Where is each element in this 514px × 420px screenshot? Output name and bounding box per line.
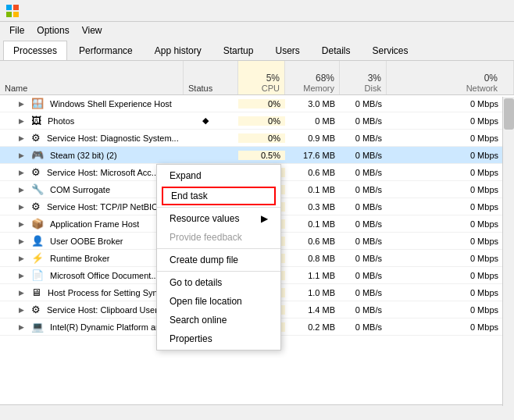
cell-memory: 0.9 MB bbox=[285, 133, 340, 143]
col-disk-pct: 3% bbox=[368, 73, 381, 84]
cell-disk: 0 MB/s bbox=[340, 254, 387, 263]
expand-arrow[interactable]: ▶ bbox=[19, 237, 27, 245]
process-name: Service Host: Diagnostic System... bbox=[47, 133, 179, 143]
process-icon: 👤 bbox=[31, 235, 44, 247]
tab-startup[interactable]: Startup bbox=[213, 41, 264, 60]
process-icon: 📄 bbox=[31, 269, 44, 281]
col-disk[interactable]: 3% Disk bbox=[340, 61, 387, 94]
cell-disk: 0 MB/s bbox=[340, 133, 387, 143]
expand-arrow[interactable]: ▶ bbox=[19, 272, 27, 279]
process-icon: ⚙ bbox=[31, 304, 41, 315]
expand-arrow[interactable]: ▶ bbox=[19, 289, 27, 297]
process-name: COM Surrogate bbox=[50, 185, 110, 194]
tab-processes[interactable]: Processes bbox=[3, 41, 67, 60]
process-icon: 💻 bbox=[31, 321, 44, 333]
col-name[interactable]: Name bbox=[0, 61, 184, 94]
context-menu-item-go-to-details[interactable]: Go to details bbox=[157, 273, 280, 292]
table-row[interactable]: ▶ 🎮 Steam (32 bit) (2) 0.5% 17.6 MB 0 MB… bbox=[0, 147, 514, 164]
menu-file[interactable]: File bbox=[3, 23, 30, 37]
menu-view[interactable]: View bbox=[76, 23, 109, 37]
col-network-label: Network bbox=[466, 84, 498, 93]
col-memory-pct: 68% bbox=[316, 73, 334, 84]
cell-name: ▶ 🎮 Steam (32 bit) (2) bbox=[0, 149, 184, 161]
cell-disk: 0 MB/s bbox=[340, 322, 387, 332]
minimize-button[interactable] bbox=[400, 0, 436, 22]
cell-network: 0 Mbps bbox=[387, 185, 514, 194]
context-menu-item-create-dump-file[interactable]: Create dump file bbox=[157, 251, 280, 269]
context-menu-item-end-task[interactable]: End task bbox=[162, 187, 276, 205]
context-menu-separator bbox=[157, 207, 280, 208]
ctx-item-label: Resource values bbox=[170, 213, 239, 224]
context-menu-item-resource-values[interactable]: Resource values▶ bbox=[157, 209, 280, 228]
cell-disk: 0 MB/s bbox=[340, 116, 387, 126]
cell-network: 0 Mbps bbox=[387, 99, 514, 109]
expand-arrow[interactable]: ▶ bbox=[19, 203, 27, 211]
svg-rect-3 bbox=[13, 12, 19, 17]
context-menu-item-search-online[interactable]: Search online bbox=[157, 311, 280, 329]
tab-users[interactable]: Users bbox=[265, 41, 309, 60]
ctx-item-label: Provide feedback bbox=[170, 232, 242, 243]
cell-memory: 0.1 MB bbox=[285, 219, 340, 229]
process-icon: 🪟 bbox=[31, 98, 44, 109]
context-menu-item-open-file-location[interactable]: Open file location bbox=[157, 292, 280, 311]
expand-arrow[interactable]: ▶ bbox=[19, 186, 27, 194]
cell-network: 0 Mbps bbox=[387, 133, 514, 143]
cell-network: 0 Mbps bbox=[387, 116, 514, 126]
context-menu-item-expand[interactable]: Expand bbox=[157, 166, 280, 185]
tab-details[interactable]: Details bbox=[312, 41, 361, 60]
context-menu-item-provide-feedback: Provide feedback bbox=[157, 228, 280, 247]
expand-arrow[interactable]: ▶ bbox=[19, 323, 27, 331]
expand-arrow[interactable]: ▶ bbox=[19, 169, 27, 176]
maximize-button[interactable] bbox=[436, 0, 472, 22]
cell-name: ▶ 🖼 Photos bbox=[0, 115, 184, 126]
cell-memory: 0.2 MB bbox=[285, 322, 340, 332]
expand-arrow[interactable]: ▶ bbox=[19, 254, 27, 262]
col-status[interactable]: Status bbox=[184, 61, 238, 94]
expand-arrow[interactable]: ▶ bbox=[19, 134, 27, 142]
expand-arrow[interactable]: ▶ bbox=[19, 151, 27, 159]
cell-network: 0 Mbps bbox=[387, 202, 514, 212]
process-icon: 📦 bbox=[31, 218, 44, 230]
cell-disk: 0 MB/s bbox=[340, 151, 387, 160]
expand-arrow[interactable]: ▶ bbox=[19, 220, 27, 228]
expand-arrow[interactable]: ▶ bbox=[19, 100, 27, 108]
col-memory[interactable]: 68% Memory bbox=[285, 61, 340, 94]
menu-options[interactable]: Options bbox=[30, 23, 75, 37]
cell-memory: 0.3 MB bbox=[285, 202, 340, 212]
expand-arrow[interactable]: ▶ bbox=[19, 117, 27, 125]
process-name: Windows Shell Experience Host bbox=[50, 99, 172, 109]
cell-cpu: 0% bbox=[238, 116, 285, 126]
table-row[interactable]: ▶ ⚙ Service Host: Diagnostic System... 0… bbox=[0, 130, 514, 147]
cell-network: 0 Mbps bbox=[387, 288, 514, 297]
cell-memory: 1.4 MB bbox=[285, 305, 340, 315]
tab-services[interactable]: Services bbox=[362, 41, 419, 60]
col-name-label: Name bbox=[5, 84, 27, 93]
cell-network: 0 Mbps bbox=[387, 322, 514, 332]
cell-network: 0 Mbps bbox=[387, 305, 514, 315]
cell-memory: 0.6 MB bbox=[285, 168, 340, 177]
table-row[interactable]: ▶ 🖼 Photos ◆ 0% 0 MB 0 MB/s 0 Mbps bbox=[0, 112, 514, 130]
context-menu-separator bbox=[157, 248, 280, 249]
tab-app-history[interactable]: App history bbox=[145, 41, 212, 60]
svg-rect-0 bbox=[6, 5, 12, 10]
process-name: Steam (32 bit) (2) bbox=[50, 151, 117, 160]
tab-performance[interactable]: Performance bbox=[69, 41, 143, 60]
ctx-item-label: End task bbox=[171, 190, 208, 201]
cell-name: ▶ 🪟 Windows Shell Experience Host bbox=[0, 98, 184, 109]
cell-memory: 0.6 MB bbox=[285, 237, 340, 246]
table-row[interactable]: ▶ 🪟 Windows Shell Experience Host 0% 3.0… bbox=[0, 95, 514, 112]
cell-network: 0 Mbps bbox=[387, 237, 514, 246]
col-cpu[interactable]: 5% CPU bbox=[238, 61, 285, 94]
process-icon: 🎮 bbox=[31, 149, 44, 161]
col-network[interactable]: 0% Network bbox=[387, 61, 514, 94]
cell-disk: 0 MB/s bbox=[340, 99, 387, 109]
col-cpu-label: CPU bbox=[262, 84, 280, 93]
cell-cpu: 0% bbox=[238, 133, 285, 143]
context-menu-item-properties[interactable]: Properties bbox=[157, 329, 280, 348]
scrollbar-thumb[interactable] bbox=[504, 98, 514, 130]
scrollbar[interactable] bbox=[502, 97, 514, 406]
col-status-label: Status bbox=[188, 84, 212, 93]
close-button[interactable] bbox=[472, 0, 508, 22]
cell-name: ▶ ⚙ Service Host: Diagnostic System... bbox=[0, 132, 184, 144]
expand-arrow[interactable]: ▶ bbox=[19, 306, 27, 314]
